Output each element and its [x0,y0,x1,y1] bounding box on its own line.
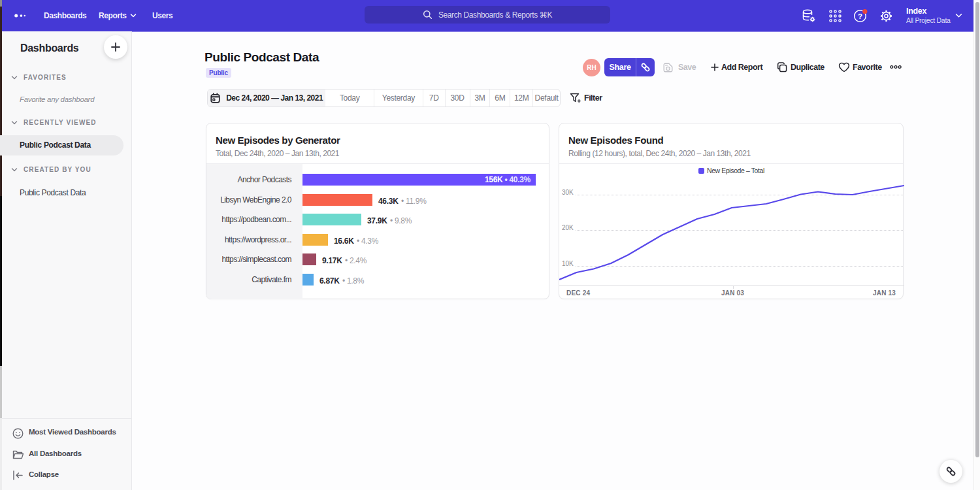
svg-text:?: ? [858,12,862,20]
